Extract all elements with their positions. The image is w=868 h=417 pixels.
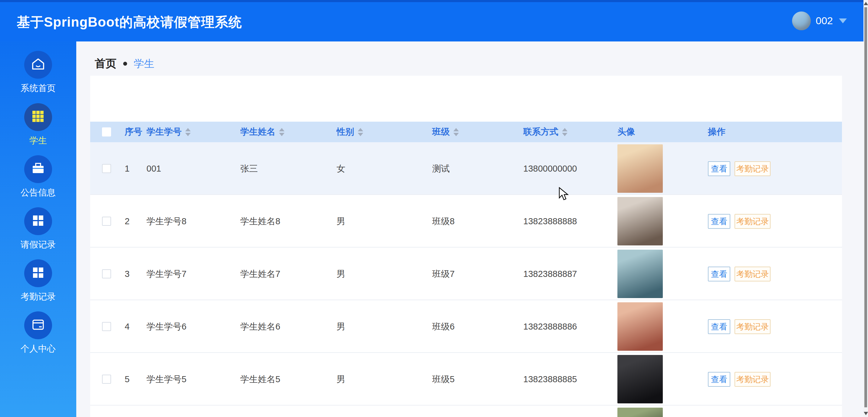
student-avatar[interactable] (617, 145, 663, 193)
cell-student-name: 学生姓名6 (240, 300, 280, 353)
cell-phone: 13823888886 (523, 300, 577, 353)
column-header-label: 学生学号 (147, 126, 182, 138)
attendance-records-button[interactable]: 考勤记录 (735, 319, 771, 334)
student-avatar[interactable] (617, 302, 663, 351)
table-row (90, 406, 842, 417)
sort-up-icon[interactable] (279, 128, 284, 131)
row-checkbox[interactable] (102, 164, 111, 173)
column-header-student_name[interactable]: 学生姓名 (240, 122, 284, 142)
table-row: 3学生学号7学生姓名7男班级713823888887查看考勤记录 (90, 248, 842, 300)
select-all-checkbox[interactable] (102, 127, 111, 136)
sidebar-icon-circle[interactable] (24, 155, 52, 183)
sidebar-item-label: 请假记录 (21, 239, 56, 251)
cell-gender: 女 (337, 142, 345, 195)
row-index: 5 (125, 353, 129, 406)
column-header-label: 学生姓名 (240, 126, 275, 138)
sidebar-item-5[interactable]: 考勤记录 (0, 259, 76, 303)
view-button[interactable]: 查看 (708, 319, 730, 334)
column-header-actions: 操作 (708, 122, 725, 142)
scroll-up-icon[interactable] (864, 2, 868, 5)
sort-icon[interactable] (358, 128, 363, 136)
sidebar-icon-circle[interactable] (24, 311, 52, 339)
row-checkbox[interactable] (102, 322, 111, 331)
sidebar-item-4[interactable]: 请假记录 (0, 207, 76, 251)
breadcrumb-home[interactable]: 首页 (95, 56, 117, 71)
sort-up-icon[interactable] (185, 128, 191, 131)
breadcrumb-current[interactable]: 学生 (134, 57, 154, 71)
sort-up-icon[interactable] (562, 128, 567, 131)
sort-down-icon[interactable] (453, 133, 459, 136)
column-header-student_no[interactable]: 学生学号 (147, 122, 191, 142)
student-avatar[interactable] (617, 250, 663, 298)
sidebar-icon-circle[interactable] (24, 51, 52, 79)
sort-down-icon[interactable] (185, 133, 191, 136)
row-checkbox[interactable] (102, 269, 111, 279)
student-avatar[interactable] (617, 355, 663, 404)
vertical-scrollbar[interactable] (864, 0, 868, 417)
attendance-records-button[interactable]: 考勤记录 (735, 372, 771, 387)
chevron-down-icon[interactable] (839, 19, 847, 23)
cell-student-no: 001 (147, 142, 161, 195)
breadcrumb: 首页 学生 (95, 56, 154, 71)
sort-down-icon[interactable] (279, 133, 284, 136)
sidebar-item-label: 学生 (29, 135, 47, 147)
sort-icon[interactable] (453, 128, 459, 136)
view-button[interactable]: 查看 (708, 372, 730, 387)
sort-icon[interactable] (185, 128, 191, 136)
column-header-label: 班级 (432, 126, 450, 138)
cell-student-no: 学生学号7 (147, 248, 186, 300)
table-header: 序号学生学号学生姓名性别班级联系方式头像操作 (90, 122, 842, 142)
app-title: 基于SpringBoot的高校请假管理系统 (17, 13, 242, 31)
sort-up-icon[interactable] (358, 128, 363, 131)
sidebar-item-label: 考勤记录 (21, 291, 56, 303)
breadcrumb-dot-icon (123, 62, 127, 66)
sort-up-icon[interactable] (453, 128, 459, 131)
cell-phone: 13823888888 (523, 195, 577, 248)
sidebar-icon-circle[interactable] (24, 103, 52, 131)
row-checkbox[interactable] (102, 217, 111, 226)
sidebar-item-3[interactable]: 公告信息 (0, 155, 76, 199)
view-button[interactable]: 查看 (708, 161, 730, 176)
cell-student-no: 学生学号6 (147, 300, 186, 353)
view-button[interactable]: 查看 (708, 266, 730, 282)
column-header-label: 操作 (708, 126, 725, 138)
sidebar-icon-circle[interactable] (24, 207, 52, 235)
cell-student-no: 学生学号5 (147, 353, 186, 406)
column-header-avatar: 头像 (617, 122, 635, 142)
sidebar-item-1[interactable]: 系统首页 (0, 51, 76, 94)
grid-icon (31, 109, 45, 125)
attendance-records-button[interactable]: 考勤记录 (735, 161, 771, 176)
column-header-phone[interactable]: 联系方式 (523, 122, 567, 142)
cell-student-name: 学生姓名7 (240, 248, 280, 300)
row-index: 2 (125, 195, 129, 248)
sort-icon[interactable] (562, 128, 567, 136)
user-avatar[interactable] (792, 11, 811, 30)
cell-class: 班级5 (432, 353, 455, 406)
row-actions: 查看考勤记录 (708, 161, 771, 176)
column-header-gender[interactable]: 性别 (337, 122, 363, 142)
column-header-class[interactable]: 班级 (432, 122, 459, 142)
row-checkbox[interactable] (102, 375, 111, 384)
student-avatar[interactable] (617, 408, 663, 417)
row-actions: 查看考勤记录 (708, 319, 771, 334)
column-header-index: 序号 (125, 122, 142, 142)
top-bar: 基于SpringBoot的高校请假管理系统 002 (0, 0, 868, 41)
sidebar-item-2[interactable]: 学生 (0, 103, 76, 147)
sort-down-icon[interactable] (358, 133, 363, 136)
briefcase-icon (31, 161, 45, 177)
scroll-down-icon[interactable] (864, 412, 868, 415)
attendance-records-button[interactable]: 考勤记录 (735, 214, 771, 229)
squares-icon (31, 213, 45, 229)
user-menu[interactable]: 002 (792, 0, 847, 41)
student-avatar[interactable] (617, 197, 663, 246)
squares-icon (31, 265, 45, 281)
cell-class: 班级7 (432, 248, 455, 300)
scrollbar-thumb[interactable] (864, 7, 867, 407)
view-button[interactable]: 查看 (708, 214, 730, 229)
sidebar-icon-circle[interactable] (24, 259, 52, 287)
sort-icon[interactable] (279, 128, 284, 136)
sort-down-icon[interactable] (562, 133, 567, 136)
row-actions: 查看考勤记录 (708, 266, 771, 282)
attendance-records-button[interactable]: 考勤记录 (735, 266, 771, 282)
sidebar-item-6[interactable]: 个人中心 (0, 311, 76, 355)
